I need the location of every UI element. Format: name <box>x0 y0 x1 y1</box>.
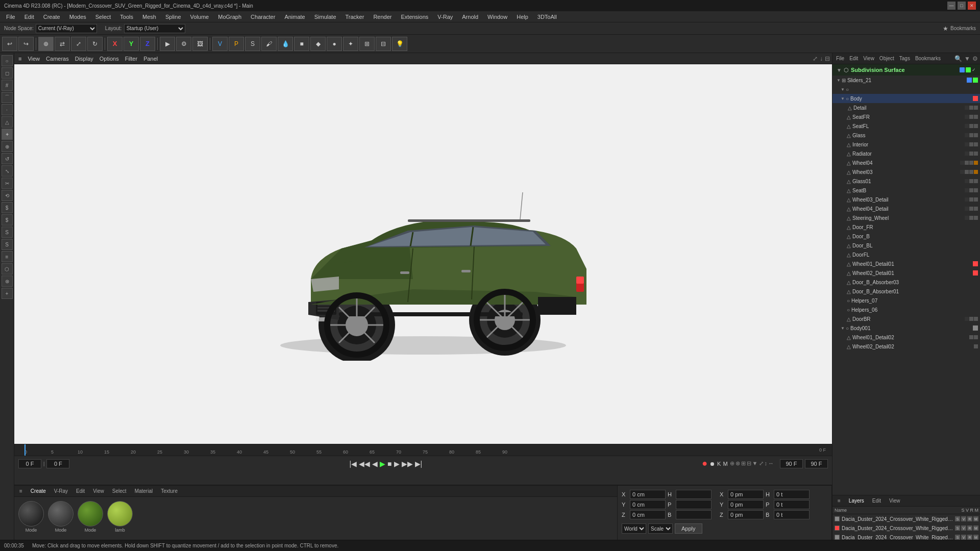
eyedrop-icon[interactable]: 💧 <box>278 37 293 51</box>
node-file-btn[interactable]: File <box>835 56 846 61</box>
menu-item-tracker[interactable]: Tracker <box>341 13 369 21</box>
swatch-lime-circle[interactable] <box>107 501 133 527</box>
filter-icon[interactable]: ▼ <box>964 55 970 62</box>
viewport-options-btn[interactable]: Options <box>97 56 121 62</box>
texture-mode-btn[interactable]: # <box>2 80 13 91</box>
undo-button[interactable]: ↩ <box>2 37 17 51</box>
tree-item-steering[interactable]: △ Steering_Wheel <box>832 213 980 222</box>
stop-btn[interactable]: ■ <box>387 460 391 468</box>
menu-item-file[interactable]: File <box>2 13 19 21</box>
apply-button[interactable]: Apply <box>675 523 702 534</box>
mat-edit-tab[interactable]: Edit <box>73 487 88 495</box>
h-field[interactable] <box>676 490 712 499</box>
subdivision-surface-header[interactable]: ▼ ⬡ Subdivision Surface ✓ <box>832 64 980 76</box>
tree-item-wheel02detail01[interactable]: △ Wheel02_Detail01 <box>832 268 980 278</box>
scale-lt-btn[interactable]: ⤡ <box>2 165 13 177</box>
scale-select[interactable]: Scale <box>648 523 673 534</box>
tree-item-doorabsorber03[interactable]: △ Door_B_Absorber03 <box>832 278 980 287</box>
s-tool6[interactable]: ⬡ <box>2 263 13 274</box>
model-mode-btn[interactable]: ◻ <box>2 67 13 79</box>
tree-item-doorabsorber01[interactable]: △ Door_B_Absorber01 <box>832 287 980 296</box>
node-edit-btn[interactable]: Edit <box>848 56 860 61</box>
scale-tool[interactable]: ⤢ <box>71 37 86 51</box>
tool9[interactable]: ✦ <box>343 37 358 51</box>
tc-tool4[interactable]: ⊟ <box>747 460 751 467</box>
tree-item-wheel03detail[interactable]: △ Wheel03_Detail <box>832 195 980 204</box>
edge-mode-btn[interactable]: ⌒ <box>2 92 13 103</box>
s-tool5[interactable]: ≡ <box>2 251 13 262</box>
motion-path-btn[interactable]: M <box>723 461 727 467</box>
mat-vray-tab[interactable]: V-Ray <box>51 487 71 495</box>
menu-item-extensions[interactable]: Extensions <box>397 13 432 21</box>
tree-item-doorbr[interactable]: △ DoorBR <box>832 314 980 323</box>
frame-start-field[interactable] <box>18 459 41 468</box>
layers-view-tab[interactable]: View <box>886 497 903 505</box>
viewport[interactable] <box>14 64 832 444</box>
swatch-dark-circle[interactable] <box>48 501 74 527</box>
s-tool1[interactable]: $ <box>2 202 13 213</box>
menu-item-v-ray[interactable]: V-Ray <box>433 13 457 21</box>
go-to-start-btn[interactable]: |◀ <box>349 460 357 468</box>
tree-item-body[interactable]: ▼ ○ Body <box>832 94 980 103</box>
tc-tool6[interactable]: ⤢ <box>759 460 764 467</box>
select-tool[interactable]: ⊕ <box>38 37 54 51</box>
prev-keyframe-btn[interactable]: ◀ <box>372 460 378 468</box>
minimize-button[interactable]: — <box>947 2 955 10</box>
tree-item-glass01[interactable]: △ Glass01 <box>832 177 980 186</box>
tree-item-wheel02d02[interactable]: △ Wheel02_Detail02 <box>832 342 980 351</box>
tc-tool7[interactable]: ↕ <box>765 460 768 467</box>
tool10[interactable]: ⊞ <box>359 37 375 51</box>
tree-item-glass[interactable]: △ Glass <box>832 131 980 140</box>
key-mode-btn[interactable]: K <box>717 461 721 467</box>
next-keyframe-btn[interactable]: ▶ <box>394 460 400 468</box>
tree-item-seatfr[interactable]: △ SeatFR <box>832 112 980 121</box>
s-tool4[interactable]: S <box>2 239 13 250</box>
knife-btn[interactable]: ✂ <box>2 178 13 189</box>
menu-item-arnold[interactable]: Arnold <box>458 13 482 21</box>
viewport-cameras-btn[interactable]: Cameras <box>44 56 71 62</box>
tree-item-wheel04detail[interactable]: △ Wheel04_Detail <box>832 204 980 213</box>
h2-field[interactable] <box>774 490 810 499</box>
menu-item-mograph[interactable]: MoGraph <box>214 13 246 21</box>
menu-item-mesh[interactable]: Mesh <box>138 13 160 21</box>
menu-item-character[interactable]: Character <box>247 13 279 21</box>
viewport-filter-btn[interactable]: Filter <box>123 56 139 62</box>
menu-item-select[interactable]: Select <box>91 13 115 21</box>
point-mode-btn[interactable]: · <box>2 104 13 115</box>
tree-item-helpers06[interactable]: ○ Helpers_06 <box>832 305 980 314</box>
hamburger-icon[interactable]: ≡ <box>16 487 26 495</box>
tree-item-detail[interactable]: △ Detail <box>832 103 980 112</box>
node-tags-btn[interactable]: Tags <box>898 56 912 61</box>
tree-item-radiator[interactable]: △ Radiator <box>832 149 980 158</box>
viewport-split-icon[interactable]: ⊟ <box>825 55 830 62</box>
swatch-green-circle[interactable] <box>78 501 103 527</box>
menu-item-volume[interactable]: Volume <box>186 13 213 21</box>
node-view-btn[interactable]: View <box>862 56 876 61</box>
tree-item-interior[interactable]: △ Interior <box>832 140 980 149</box>
viewport-panel-btn[interactable]: Panel <box>141 56 160 62</box>
tree-item-wheel01d02[interactable]: △ Wheel01_Detail02 <box>832 333 980 342</box>
picture-viewer-btn[interactable]: 🖼 <box>192 37 208 51</box>
p2-field[interactable] <box>774 500 810 509</box>
viewport-fit-icon[interactable]: ⤢ <box>813 55 818 62</box>
viewport-display-btn[interactable]: Display <box>73 56 95 62</box>
loop-btn[interactable]: ⟲ <box>2 190 13 201</box>
rotate-tool[interactable]: ↻ <box>87 37 103 51</box>
swatch-lime[interactable]: lamb <box>107 501 133 533</box>
record-btn[interactable]: ● <box>702 458 707 469</box>
layer-geometry[interactable]: Dacia_Duster_2024_Crossover_White_Rigged… <box>832 514 980 523</box>
bookmark-icon[interactable]: ★ <box>943 25 948 32</box>
tool8[interactable]: ● <box>327 37 342 51</box>
z-axis-btn[interactable]: Z <box>140 37 155 51</box>
tc-tool5[interactable]: ▼ <box>752 460 758 467</box>
tree-item-wheel03[interactable]: △ Wheel03 <box>832 167 980 177</box>
b-field[interactable] <box>676 510 712 519</box>
tc-tool2[interactable]: ⊗ <box>736 460 740 467</box>
viewport-menu-icon[interactable]: ≡ <box>16 56 23 62</box>
mat-create-tab[interactable]: Create <box>28 487 49 495</box>
redo-button[interactable]: ↪ <box>18 37 34 51</box>
menu-item-edit[interactable]: Edit <box>20 13 38 21</box>
z2-field[interactable] <box>728 510 764 519</box>
tree-item-seatb[interactable]: △ SeatB <box>832 186 980 195</box>
viewport-down-icon[interactable]: ↓ <box>820 55 823 62</box>
